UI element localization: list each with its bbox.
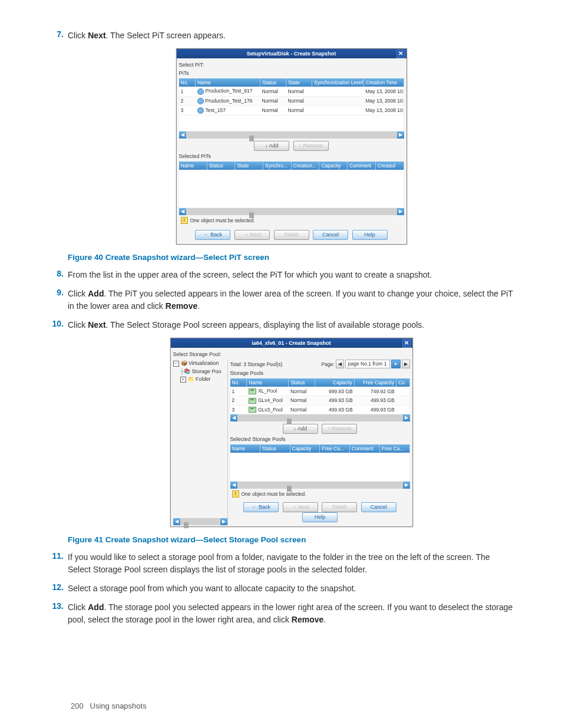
warning-message: ! One object must be selected. bbox=[179, 215, 404, 226]
cancel-button[interactable]: Cancel bbox=[361, 502, 396, 512]
col-status[interactable]: Status bbox=[260, 78, 286, 87]
figure-41-caption: Figure 41 Create Snapshot wizard—Select … bbox=[68, 535, 515, 544]
next-button[interactable]: Next bbox=[283, 502, 318, 512]
dialog-titlebar: ia64_xlv6_01 - Create Snapshot ✕ bbox=[171, 338, 412, 348]
chapter-title: Using snapshots bbox=[90, 701, 147, 710]
scroll-left-icon[interactable]: ◀ bbox=[179, 131, 186, 139]
close-icon[interactable]: ✕ bbox=[396, 50, 405, 58]
col-name[interactable]: Name bbox=[196, 78, 260, 87]
step-10: 10. Click Next. The Select Storage Pool … bbox=[47, 319, 515, 331]
label-pits: PiTs bbox=[179, 70, 404, 76]
dialog-select-storage-pool: ia64_xlv6_01 - Create Snapshot ✕ Select … bbox=[170, 338, 413, 527]
figure-40-caption: Figure 40 Create Snapshot wizard—Select … bbox=[68, 253, 515, 262]
pool-icon bbox=[249, 407, 256, 413]
pit-icon bbox=[197, 88, 204, 95]
step-text: If you would like to select a storage po… bbox=[68, 552, 490, 574]
step-text: Click Add. The PiT you selected appears … bbox=[68, 289, 513, 310]
step-number: 13. bbox=[47, 601, 64, 611]
table-row[interactable]: 1 XL_Pool Normal 999.93 GB 749.92 GB bbox=[230, 387, 410, 396]
warning-message: ! One object must be selected. bbox=[230, 489, 410, 499]
scrollbar[interactable]: ◀▶ bbox=[173, 518, 227, 525]
step-number: 8. bbox=[47, 269, 64, 278]
page-label: Page: bbox=[322, 361, 335, 367]
step-text: Click Add. The storage pool you selected… bbox=[68, 602, 513, 624]
total-pools: Total: 3 Storage Pool(s) bbox=[230, 361, 283, 367]
table-row[interactable]: 2 Production_Test_176 Normal Normal May … bbox=[179, 96, 404, 106]
col-no[interactable]: No. bbox=[179, 78, 196, 87]
dialog-select-pit: SetupVirtualDisk - Create Snapshot ✕ Sel… bbox=[176, 48, 407, 245]
table-row[interactable]: 3 Test_157 Normal Normal May 13, 2008 10… bbox=[179, 106, 404, 115]
scroll-left-icon[interactable]: ◀ bbox=[179, 208, 186, 215]
pit-icon bbox=[197, 107, 204, 114]
scrollbar[interactable]: ◀▶ bbox=[230, 482, 410, 489]
remove-button[interactable]: ↑ Remove bbox=[322, 424, 357, 434]
selected-storage-pools-table[interactable]: Name Status Capacity Free Ca... Comment … bbox=[230, 444, 410, 482]
selected-pits-table[interactable]: Name Status State Synchro... Creation...… bbox=[179, 162, 404, 208]
step-9: 9. Click Add. The PiT you selected appea… bbox=[47, 288, 515, 312]
pool-icon bbox=[249, 388, 256, 394]
label-selected-pits: Selected PiTs bbox=[179, 153, 404, 159]
pit-icon bbox=[197, 98, 204, 104]
step-7: 7. Click Next. The Select PiT screen app… bbox=[47, 29, 515, 41]
step-text: Click Next. The Select PiT screen appear… bbox=[68, 31, 226, 40]
step-8: 8. From the list in the upper area of th… bbox=[47, 269, 515, 281]
step-13: 13. Click Add. The storage pool you sele… bbox=[47, 601, 515, 625]
back-button[interactable]: Back bbox=[243, 502, 279, 512]
remove-button[interactable]: ↑ Remove bbox=[293, 141, 329, 151]
col-ctime[interactable]: Creation Time bbox=[364, 78, 404, 87]
step-text: Click Next. The Select Storage Pool scre… bbox=[68, 320, 424, 330]
page-footer: 200 Using snapshots bbox=[71, 701, 147, 710]
finish-button[interactable]: Finish bbox=[322, 502, 357, 512]
add-button[interactable]: ↓ Add bbox=[283, 424, 318, 434]
tree-node-storage-pool[interactable]: ├📚 Storage Poo bbox=[173, 368, 226, 376]
table-row[interactable]: 2 GLv4_Pool Normal 499.93 GB 499.93 GB bbox=[230, 396, 410, 405]
add-button[interactable]: ↓ Add bbox=[254, 141, 289, 151]
storage-pools-table[interactable]: No. Name Status Capacity Free Capacity C… bbox=[230, 378, 410, 414]
page-prev-icon[interactable]: ◀ bbox=[336, 360, 344, 368]
dialog-title: SetupVirtualDisk - Create Snapshot bbox=[247, 51, 336, 57]
tree-view[interactable]: −📦 Virtualization ├📚 Storage Poo +📁 Fold… bbox=[173, 360, 226, 384]
scrollbar[interactable]: ◀▶ bbox=[230, 414, 410, 421]
table-row[interactable]: 1 Production_Test_917 Normal Normal May … bbox=[179, 87, 404, 96]
pits-table[interactable]: No. Name Status State Synchronization Le… bbox=[179, 78, 404, 131]
help-button[interactable]: Help bbox=[302, 512, 338, 522]
page-dropdown-icon[interactable]: ▼ bbox=[391, 360, 401, 368]
pool-icon bbox=[249, 398, 256, 404]
help-button[interactable]: Help bbox=[352, 230, 388, 240]
step-number: 10. bbox=[47, 319, 64, 328]
scroll-right-icon[interactable]: ▶ bbox=[397, 131, 404, 139]
tree-node-virtualization[interactable]: −📦 Virtualization bbox=[173, 360, 226, 368]
label-selected-storage-pools: Selected Storage Pools bbox=[230, 436, 410, 442]
next-button[interactable]: Next bbox=[234, 230, 270, 240]
page-next-icon[interactable]: ▶ bbox=[402, 360, 410, 368]
dialog-title: ia64_xlv6_01 - Create Snapshot bbox=[252, 340, 331, 346]
scrollbar[interactable]: ◀▶ bbox=[179, 208, 404, 215]
dialog-titlebar: SetupVirtualDisk - Create Snapshot ✕ bbox=[177, 49, 406, 58]
step-11: 11. If you would like to select a storag… bbox=[47, 551, 515, 575]
label-storage-pools: Storage Pools bbox=[230, 370, 410, 376]
label-select-storage-pool: Select Storage Pool: bbox=[173, 351, 410, 357]
step-text: From the list in the upper area of the s… bbox=[68, 270, 432, 279]
col-state[interactable]: State bbox=[286, 78, 312, 87]
close-icon[interactable]: ✕ bbox=[402, 339, 411, 348]
step-number: 9. bbox=[47, 288, 64, 297]
table-row[interactable]: 3 GLv3_Pool Normal 499.93 GB 499.93 GB bbox=[230, 405, 410, 414]
tree-node-folder[interactable]: +📁 Folder bbox=[173, 375, 226, 384]
scroll-right-icon[interactable]: ▶ bbox=[397, 208, 404, 215]
col-sync[interactable]: Synchronization Level bbox=[312, 78, 364, 87]
step-12: 12. Select a storage pool from which you… bbox=[47, 582, 515, 594]
page-number: 200 bbox=[71, 701, 84, 710]
cancel-button[interactable]: Cancel bbox=[313, 230, 348, 240]
page-selector[interactable]: page No.1 from 1 bbox=[345, 360, 390, 368]
finish-button[interactable]: Finish bbox=[274, 230, 309, 240]
warning-icon: ! bbox=[232, 490, 239, 498]
scrollbar[interactable]: ◀▶ bbox=[179, 131, 404, 139]
step-number: 11. bbox=[47, 551, 64, 561]
step-number: 7. bbox=[47, 29, 64, 39]
back-button[interactable]: Back bbox=[195, 230, 230, 240]
warning-icon: ! bbox=[181, 217, 188, 224]
label-select-pit: Select PiT: bbox=[179, 62, 404, 68]
step-text: Select a storage pool from which you wan… bbox=[68, 584, 356, 593]
step-number: 12. bbox=[47, 582, 64, 592]
